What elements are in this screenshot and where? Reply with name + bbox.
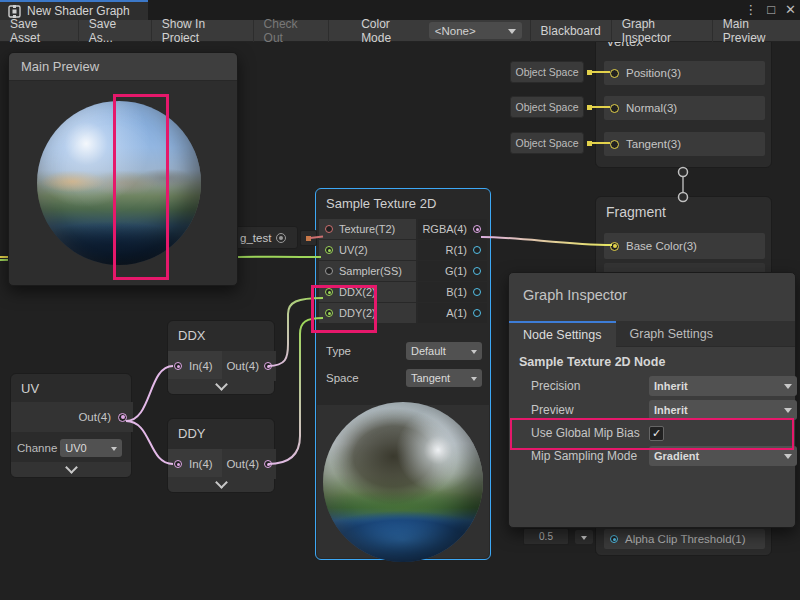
base-color-label: Base Color(3) (626, 240, 697, 252)
texture-input-row: Texture(T2) (319, 219, 416, 239)
precision-dropdown[interactable]: Inherit (649, 376, 797, 396)
sample-node-ports: Texture(T2) UV(2) Sampler(SS) DDX(2) DDY… (317, 219, 489, 329)
ddy-input-port[interactable] (325, 309, 333, 317)
normal-label: Normal(3) (626, 102, 677, 114)
main-preview-toggle[interactable]: Main Preview (713, 20, 800, 42)
object-space-dot-icon (587, 70, 592, 75)
a-output-row: A(1) (418, 303, 487, 323)
vertex-position-row: Position(3) (604, 61, 765, 85)
a-output-port[interactable] (473, 309, 481, 317)
sampler-input-row: Sampler(SS) (319, 261, 416, 281)
edge-rgba-to-basecolor (481, 237, 612, 245)
blackboard-toggle[interactable]: Blackboard (530, 20, 612, 42)
tangent-label: Tangent(3) (626, 138, 681, 150)
alpha-clip-value-chip[interactable]: 0.5 (523, 528, 569, 545)
uv-out-port[interactable] (118, 413, 127, 422)
tab-node-settings[interactable]: Node Settings (509, 321, 616, 347)
ddx-node[interactable]: DDX In(4) Out(4) (167, 320, 275, 395)
check-out-button[interactable]: Check Out (254, 20, 330, 42)
dropdown-arrow-icon (784, 454, 792, 463)
uv-out-label: Out(4) (78, 411, 111, 423)
uv-node[interactable]: UV Out(4) Channe UV0 (10, 373, 132, 478)
color-mode-value: <None> (435, 25, 476, 37)
space-label: Space (326, 372, 359, 384)
main-preview-title: Main Preview (21, 59, 99, 74)
save-asset-button[interactable]: Save Asset (0, 20, 79, 42)
uv-out-row: Out(4) (11, 402, 133, 432)
collapse-chevron-icon (215, 378, 228, 391)
uv-collapse-button[interactable] (11, 462, 131, 477)
ddx-out-port[interactable] (264, 362, 272, 370)
channel-dropdown[interactable]: UV0 (60, 439, 122, 457)
dropdown-arrow-icon (508, 29, 516, 38)
space-dropdown[interactable]: Tangent (406, 369, 482, 387)
alpha-clip-port[interactable] (610, 535, 618, 543)
sample-texture-2d-node[interactable]: Sample Texture 2D Texture(T2) UV(2) Samp… (315, 188, 491, 560)
fragment-node-title: Fragment (596, 197, 771, 226)
position-port[interactable] (610, 69, 619, 78)
rgba-output-row: RGBA(4) (418, 219, 487, 239)
ddx-collapse-button[interactable] (168, 379, 274, 394)
ddy-node[interactable]: DDY In(4) Out(4) (167, 418, 275, 493)
tangent-port[interactable] (610, 140, 619, 149)
object-space-chip-position[interactable]: Object Space (510, 61, 584, 83)
g-output-row: G(1) (418, 261, 487, 281)
property-chip-label: g_test (240, 232, 271, 244)
sample-node-title: Sample Texture 2D (316, 189, 490, 217)
space-row: Space Tangent (326, 368, 482, 388)
save-as-button[interactable]: Save As... (79, 20, 152, 42)
graph-canvas[interactable]: Vertex Position(3) Normal(3) Tangent(3) … (0, 42, 800, 600)
normal-port[interactable] (610, 104, 619, 113)
texture-property-chip[interactable]: g_test (234, 226, 298, 249)
ddy-out-row: Out(4) (222, 449, 276, 479)
uv-node-title: UV (11, 374, 131, 402)
exposed-property-icon (276, 233, 286, 243)
precision-row: Precision Inherit (509, 375, 795, 397)
g-output-port[interactable] (473, 267, 481, 275)
global-mip-bias-row: Use Global Mip Bias ✓ (509, 422, 795, 444)
b-output-row: B(1) (418, 282, 487, 302)
ddx-input-port[interactable] (325, 288, 333, 296)
ddy-in-port[interactable] (174, 460, 182, 468)
vertex-node-title: Vertex (596, 42, 771, 55)
ddx-in-port[interactable] (174, 362, 182, 370)
tab-graph-settings[interactable]: Graph Settings (616, 321, 727, 347)
color-mode-dropdown[interactable]: <None> (429, 22, 522, 39)
type-dropdown[interactable]: Default (406, 342, 482, 360)
edge-uvout-to-ddxin (126, 366, 173, 421)
main-preview-header[interactable]: Main Preview (9, 53, 237, 81)
ddy-out-port[interactable] (264, 460, 272, 468)
ddy-node-title: DDY (168, 419, 274, 447)
alpha-clip-value-arrow[interactable] (575, 530, 593, 544)
shader-graph-window: New Shader Graph ⋮ □ ✕ Save Asset Save A… (0, 0, 800, 600)
b-output-port[interactable] (473, 288, 481, 296)
vertex-node[interactable]: Vertex Position(3) Normal(3) Tangent(3) (595, 42, 772, 168)
graph-inspector-toggle[interactable]: Graph Inspector (612, 20, 713, 42)
ddx-input-row: DDX(2) (319, 282, 416, 302)
main-preview-sphere (37, 101, 201, 265)
mip-sampling-mode-dropdown[interactable]: Gradient (649, 446, 797, 466)
texture-input-port[interactable] (325, 225, 333, 233)
dropdown-arrow-icon (581, 536, 587, 543)
toolbar-toggles: Blackboard Graph Inspector Main Preview (530, 20, 800, 42)
inspector-tabs: Node Settings Graph Settings (509, 321, 795, 347)
texture-property-port-chip[interactable] (300, 230, 317, 246)
ddy-collapse-button[interactable] (168, 477, 274, 492)
rgba-output-port[interactable] (473, 225, 481, 233)
sampler-input-port[interactable] (325, 267, 333, 275)
object-space-dot-icon (587, 141, 592, 146)
show-in-project-button[interactable]: Show In Project (152, 20, 254, 42)
object-space-chip-normal[interactable]: Object Space (510, 96, 584, 118)
ddx-out-row: Out(4) (222, 351, 276, 381)
type-label: Type (326, 345, 351, 357)
preview-dropdown[interactable]: Inherit (649, 400, 797, 420)
uv-input-port[interactable] (325, 246, 333, 254)
object-space-chip-tangent[interactable]: Object Space (510, 132, 584, 154)
base-color-port[interactable] (610, 242, 619, 251)
global-mip-bias-checkbox[interactable]: ✓ (649, 426, 664, 441)
sample-node-preview (317, 405, 489, 558)
dropdown-arrow-icon (784, 408, 792, 417)
object-space-dot-icon (587, 105, 592, 110)
ddx-in-row: In(4) (168, 351, 222, 381)
r-output-port[interactable] (473, 246, 481, 254)
